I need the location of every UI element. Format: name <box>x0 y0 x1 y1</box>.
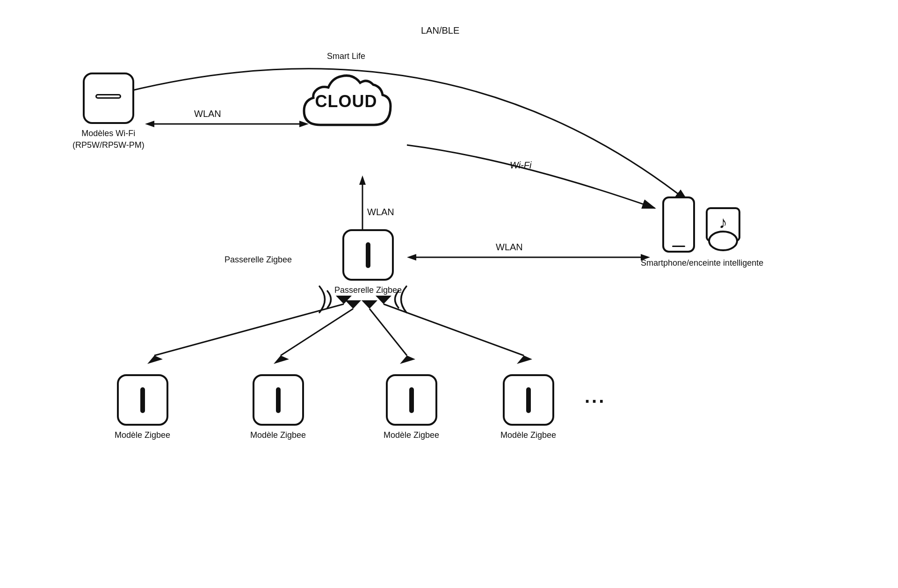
gateway-device: Passerelle Zigbee <box>334 229 402 296</box>
svg-text:♪: ♪ <box>719 213 727 232</box>
svg-text:Wi-Fi: Wi-Fi <box>510 160 532 170</box>
zigbee-device-2: Modèle Zigbee <box>250 374 306 441</box>
svg-text:WLAN: WLAN <box>194 109 221 119</box>
zigbee-icon-2 <box>253 374 304 426</box>
zigbee-label-2: Modèle Zigbee <box>250 429 306 441</box>
phone-icon <box>662 196 695 253</box>
svg-marker-11 <box>407 254 416 261</box>
gateway-bar <box>366 242 370 268</box>
zigbee-label-1: Modèle Zigbee <box>115 429 170 441</box>
zigbee-device-4: Modèle Zigbee <box>500 374 556 441</box>
smartphone-label: Smartphone/enceinte intelligente <box>641 257 763 269</box>
zigbee-label-3: Modèle Zigbee <box>384 429 439 441</box>
svg-marker-2 <box>145 121 154 127</box>
svg-marker-18 <box>274 356 289 364</box>
svg-point-28 <box>709 232 737 250</box>
svg-marker-21 <box>400 356 415 364</box>
svg-marker-6 <box>359 175 366 185</box>
svg-line-14 <box>154 304 344 356</box>
svg-line-17 <box>281 309 353 356</box>
speaker-icon: ♪ <box>704 206 742 253</box>
zigbee-bar-1 <box>140 387 145 413</box>
gateway-icon <box>342 229 394 281</box>
gateway-wrapper <box>342 229 394 281</box>
cloud-text: CLOUD <box>315 92 377 111</box>
wifi-model-icon <box>83 73 134 124</box>
cloud-shape: CLOUD <box>295 64 398 139</box>
svg-marker-15 <box>147 356 163 364</box>
zigbee-device-1: Modèle Zigbee <box>115 374 170 441</box>
router-slot <box>95 94 121 99</box>
svg-text:LAN/BLE: LAN/BLE <box>421 25 459 36</box>
cloud-container: Smart Life CLOUD <box>295 51 398 139</box>
svg-marker-24 <box>517 356 532 364</box>
zigbee-device-3: Modèle Zigbee <box>384 374 439 441</box>
svg-marker-22 <box>362 300 377 309</box>
svg-line-23 <box>384 304 524 356</box>
zigbee-bar-4 <box>526 387 531 413</box>
zigbee-bar-3 <box>409 387 414 413</box>
svg-marker-25 <box>376 296 391 304</box>
smartphone-group: ♪ Smartphone/enceinte intelligente <box>641 196 763 269</box>
gateway-label: Passerelle Zigbee <box>334 284 402 296</box>
wifi-model-device: Modèles Wi-Fi (RP5W/RP5W-PM) <box>72 73 145 151</box>
wifi-model-label: Modèles Wi-Fi (RP5W/RP5W-PM) <box>72 128 145 151</box>
zigbee-label-4: Modèle Zigbee <box>500 429 556 441</box>
svg-text:WLAN: WLAN <box>496 242 523 252</box>
svg-marker-19 <box>345 300 361 309</box>
svg-text:WLAN: WLAN <box>367 207 394 217</box>
zigbee-icon-1 <box>117 374 168 426</box>
phone-line <box>672 246 685 247</box>
ellipsis: ··· <box>585 376 606 427</box>
svg-line-20 <box>369 309 407 356</box>
cloud-label: Smart Life <box>327 51 365 61</box>
diagram-container: LAN/BLE WLAN WLAN Wi-Fi WLAN <box>0 0 898 588</box>
zigbee-icon-3 <box>386 374 437 426</box>
zigbee-bar-2 <box>276 387 281 413</box>
gateway-label-left: Passerelle Zigbee <box>224 255 292 265</box>
zigbee-icon-4 <box>503 374 554 426</box>
